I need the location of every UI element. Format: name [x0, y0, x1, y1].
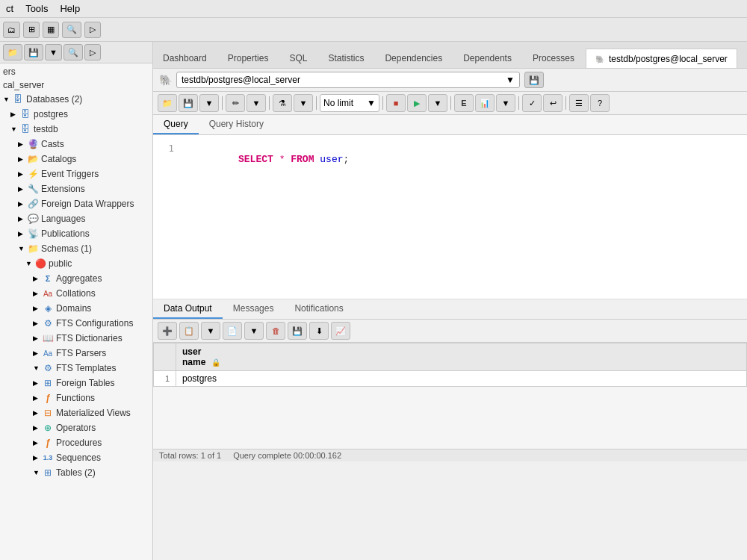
menu-help[interactable]: Help	[60, 3, 80, 14]
extensions-icon: 🔧	[27, 183, 39, 195]
sidebar-search-btn[interactable]: 🔍	[63, 44, 83, 60]
results-tab-output[interactable]: Data Output	[153, 299, 223, 319]
edit-dropdown-btn[interactable]: ▼	[247, 94, 266, 112]
table-row: 1 postgres	[154, 371, 747, 387]
tree-item-collations[interactable]: ▶ Aa Collations	[0, 286, 152, 301]
tree-item-postgres[interactable]: ▶ 🗄 postgres	[0, 107, 152, 122]
tree-item-foreign-tables[interactable]: ▶ ⊞ Foreign Tables	[0, 376, 152, 391]
status-bar: Total rows: 1 of 1 Query complete 00:00:…	[153, 449, 747, 461]
query-tab-query[interactable]: Query	[153, 115, 199, 134]
editor-area[interactable]: 1 SELECT * FROM user;	[153, 135, 747, 299]
run-dropdown-btn[interactable]: ▼	[428, 94, 447, 112]
tab-sql[interactable]: SQL	[279, 48, 317, 68]
tree-item-operators[interactable]: ▶ ⊕ Operators	[0, 420, 152, 435]
tree-item-databases[interactable]: ▼ 🗄 Databases (2)	[0, 92, 152, 107]
tree-item-local-server[interactable]: cal_server	[0, 78, 152, 92]
results-tab-messages[interactable]: Messages	[223, 299, 285, 319]
tab-dependents[interactable]: Dependents	[453, 48, 521, 68]
save-dropdown-btn[interactable]: ▼	[199, 94, 219, 112]
graph-btn[interactable]: 📈	[331, 322, 350, 340]
menu-tools[interactable]: Tools	[25, 3, 48, 14]
tree-item-public[interactable]: ▼ 🔴 public	[0, 256, 152, 271]
connection-save-btn[interactable]: 💾	[524, 72, 544, 88]
chevron-languages: ▶	[18, 215, 25, 223]
download-btn[interactable]: ⬇	[309, 322, 329, 340]
chevron-sequences: ▶	[33, 454, 40, 461]
save-rows-btn[interactable]: 💾	[288, 322, 307, 340]
tree-item-fts-templates[interactable]: ▼ ⚙ FTS Templates	[0, 361, 152, 376]
tree-item-aggregates[interactable]: ▶ Σ Aggregates	[0, 271, 152, 286]
copy-btn[interactable]: 📋	[179, 322, 199, 340]
sidebar-terminal-btn[interactable]: ▷	[84, 44, 101, 60]
tree-item-schemas[interactable]: ▼ 📁 Schemas (1)	[0, 241, 152, 256]
tree-item-fts-dicts[interactable]: ▶ 📖 FTS Dictionaries	[0, 331, 152, 346]
rollback-btn[interactable]: ↩	[543, 94, 562, 112]
run-btn[interactable]: ▶	[407, 94, 427, 112]
stop-btn[interactable]: ■	[386, 94, 406, 112]
connection-dropdown[interactable]: testdb/postgres@local_server ▼	[176, 72, 520, 88]
terminal-btn[interactable]: ▷	[84, 22, 101, 38]
open-file-btn[interactable]: 📁	[158, 94, 177, 112]
tree-item-sequences[interactable]: ▶ 1.3 Sequences	[0, 450, 152, 465]
limit-dropdown[interactable]: No limit ▼	[320, 94, 379, 112]
tab-properties[interactable]: Properties	[218, 48, 279, 68]
paste-btn[interactable]: 📄	[223, 322, 242, 340]
tree-item-catalogs[interactable]: ▶ 📂 Catalogs	[0, 152, 152, 167]
tree-item-extensions[interactable]: ▶ 🔧 Extensions	[0, 181, 152, 196]
tree-item-casts[interactable]: ▶ 🔮 Casts	[0, 137, 152, 152]
history-btn[interactable]: ☰	[569, 94, 589, 112]
tree-item-foreign-data-wrappers[interactable]: ▶ 🔗 Foreign Data Wrappers	[0, 196, 152, 211]
explorer-icon: 🗂	[7, 25, 16, 34]
table-btn[interactable]: ⊞	[23, 22, 40, 38]
tree-item-fts-configs[interactable]: ▶ ⚙ FTS Configurations	[0, 316, 152, 331]
analyze-dropdown-btn[interactable]: ▼	[496, 94, 515, 112]
filter-dropdown-btn[interactable]: ▼	[294, 94, 313, 112]
tree-item-ers[interactable]: ers	[0, 65, 152, 78]
tree-item-domains[interactable]: ▶ ◈ Domains	[0, 301, 152, 316]
explain-btn[interactable]: E	[454, 94, 474, 112]
filter-btn[interactable]: ⚗	[273, 94, 292, 112]
chevron-functions: ▶	[33, 394, 40, 402]
line-numbers: 1	[153, 141, 180, 293]
chevron-mat-views: ▶	[33, 409, 40, 417]
tree-item-publications[interactable]: ▶ 📡 Publications	[0, 226, 152, 241]
tree-item-event-triggers[interactable]: ▶ ⚡ Event Triggers	[0, 167, 152, 181]
search-btn[interactable]: 🔍	[62, 22, 81, 38]
tree-item-functions[interactable]: ▶ ƒ Functions	[0, 391, 152, 405]
tab-dashboard[interactable]: Dashboard	[153, 48, 217, 68]
analyze-btn[interactable]: 📊	[475, 94, 495, 112]
sep7	[565, 96, 566, 110]
sql-editor[interactable]: SELECT * FROM user;	[180, 141, 741, 293]
delete-btn[interactable]: 🗑	[266, 322, 285, 340]
query-tab-history[interactable]: Query History	[199, 115, 274, 134]
tab-processes[interactable]: Processes	[523, 48, 584, 68]
add-row-btn[interactable]: ➕	[158, 322, 177, 340]
results-table-container: username 🔒 1 postgres	[153, 343, 747, 449]
sidebar-folder-btn[interactable]: 📁	[3, 44, 22, 60]
tree-item-mat-views[interactable]: ▶ ⊟ Materialized Views	[0, 405, 152, 420]
commit-btn[interactable]: ✓	[522, 94, 542, 112]
procedures-icon: ƒ	[42, 437, 54, 449]
help-btn[interactable]: ?	[590, 94, 610, 112]
copy-dropdown-btn[interactable]: ▼	[201, 322, 220, 340]
tree-item-languages[interactable]: ▶ 💬 Languages	[0, 211, 152, 226]
tab-statistics[interactable]: Statistics	[318, 48, 374, 68]
sidebar-save-btn[interactable]: 💾	[24, 44, 43, 60]
chevron-catalogs: ▶	[18, 155, 25, 163]
results-tab-notifications[interactable]: Notifications	[284, 299, 353, 319]
menu-ct[interactable]: ct	[6, 3, 13, 14]
fdw-icon: 🔗	[27, 198, 39, 210]
save-file-btn[interactable]: 💾	[179, 94, 198, 112]
sidebar-filter-btn[interactable]: ▼	[45, 44, 62, 60]
tree-item-tables[interactable]: ▼ ⊞ Tables (2)	[0, 465, 152, 480]
tree-item-fts-parsers[interactable]: ▶ Aa FTS Parsers	[0, 346, 152, 361]
tab-dependencies[interactable]: Dependencies	[375, 48, 452, 68]
chevron-casts: ▶	[18, 140, 25, 148]
explorer-btn[interactable]: 🗂	[3, 22, 20, 38]
edit-btn[interactable]: ✏	[226, 94, 245, 112]
paste-dropdown-btn[interactable]: ▼	[244, 322, 264, 340]
tree-item-procedures[interactable]: ▶ ƒ Procedures	[0, 435, 152, 450]
tree-item-testdb[interactable]: ▼ 🗄 testdb	[0, 122, 152, 137]
tab-testdb[interactable]: 🐘 testdb/postgres@local_server	[586, 49, 737, 69]
grid-btn[interactable]: ▦	[43, 22, 59, 38]
